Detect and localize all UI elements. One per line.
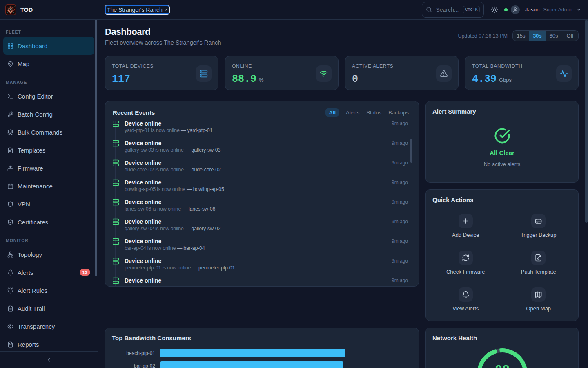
svg-text:88: 88 — [494, 363, 509, 368]
